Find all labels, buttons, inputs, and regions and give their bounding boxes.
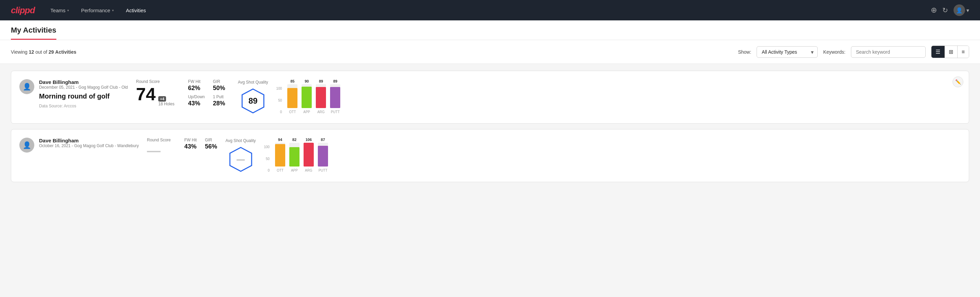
viewing-count-text: Viewing 12 out of 29 Activities bbox=[11, 49, 76, 55]
quality-section: Avg Shot Quality 89 10050085OTT90APP89AR… bbox=[238, 79, 961, 115]
bar-fill bbox=[316, 87, 326, 108]
round-score-label: Round Score bbox=[147, 137, 171, 142]
bar-group: 85OTT bbox=[287, 79, 298, 114]
bar-number: 85 bbox=[290, 79, 294, 83]
bar-fill bbox=[304, 143, 314, 166]
list-view-button[interactable]: ≡ bbox=[957, 46, 969, 58]
navbar: clippd Teams ▾ Performance ▾ Activities … bbox=[0, 0, 980, 21]
hexagon: 89 bbox=[239, 87, 267, 115]
one-putt-label: 1 Putt bbox=[213, 94, 229, 99]
bar-number: 89 bbox=[319, 79, 323, 83]
hexagon: — bbox=[227, 146, 255, 173]
stat-pairs: FW Hit 43% GIR 56% bbox=[185, 137, 217, 157]
user-name: Dave Billingham bbox=[39, 79, 128, 85]
bar-chart: 10050094OTT82APP106ARG87PUTT bbox=[264, 137, 359, 174]
list-dense-view-button[interactable]: ☰ bbox=[931, 46, 944, 58]
avatar: 👤 bbox=[953, 5, 965, 16]
bar-group: 87PUTT bbox=[318, 137, 328, 172]
quality-section: Avg Shot Quality — 10050094OTT82APP106AR… bbox=[226, 137, 961, 174]
bar-label: OTT bbox=[289, 110, 296, 114]
add-icon[interactable]: ⊕ bbox=[931, 6, 937, 14]
score-holes: 18 Holes bbox=[158, 102, 174, 106]
hexagon-value: 89 bbox=[248, 96, 258, 106]
score-details: +4 18 Holes bbox=[158, 96, 174, 106]
keywords-label: Keywords: bbox=[823, 49, 845, 55]
user-name: Dave Billingham bbox=[39, 137, 139, 144]
gir-stat: GIR 56% bbox=[205, 137, 217, 157]
bar-group: 90APP bbox=[302, 79, 312, 114]
show-label: Show: bbox=[738, 49, 751, 55]
fw-hit-stat: FW Hit 43% bbox=[185, 137, 197, 157]
list-dense-icon: ☰ bbox=[935, 49, 940, 55]
activity-card: ✏️ 👤 Dave Billingham December 05, 2021 -… bbox=[11, 71, 969, 124]
y-axis-label: 100 bbox=[277, 87, 282, 90]
bar-container bbox=[330, 84, 340, 108]
user-chevron: ▾ bbox=[966, 7, 969, 14]
search-input[interactable] bbox=[851, 46, 926, 58]
updown-value: 43% bbox=[188, 100, 205, 107]
bar-group: 94OTT bbox=[275, 137, 285, 172]
viewing-count: 12 bbox=[29, 49, 34, 55]
card-stats: Round Score — FW Hit 43% GIR 56% bbox=[147, 137, 217, 157]
bar-label: APP bbox=[291, 169, 298, 172]
refresh-icon[interactable]: ↻ bbox=[942, 6, 948, 14]
y-axis-label: 0 bbox=[264, 169, 270, 172]
round-score-block: — bbox=[147, 144, 171, 157]
bar-container bbox=[287, 84, 298, 108]
bar-fill bbox=[287, 88, 298, 109]
bar-number: 94 bbox=[278, 137, 282, 142]
card-stats: Round Score 74 +4 18 Holes FW Hit 62% GI… bbox=[136, 79, 229, 107]
bar-chart: 10050085OTT90APP89ARG89PUTT bbox=[277, 79, 371, 115]
app-logo[interactable]: clippd bbox=[11, 5, 35, 16]
bar-fill bbox=[330, 87, 340, 108]
activity-date: October 16, 2021 - Gog Magog Golf Club -… bbox=[39, 144, 139, 148]
card-left: 👤 Dave Billingham December 05, 2021 - Go… bbox=[19, 79, 128, 109]
score-value: 74 bbox=[136, 85, 156, 103]
nav-activities[interactable]: Activities bbox=[121, 5, 151, 16]
hexagon-wrapper: Avg Shot Quality 89 bbox=[238, 80, 268, 115]
nav-performance[interactable]: Performance ▾ bbox=[76, 5, 119, 16]
round-score-group: Round Score — bbox=[147, 137, 171, 157]
navbar-right: ⊕ ↻ 👤 ▾ bbox=[931, 5, 969, 16]
gir-label: GIR bbox=[205, 137, 217, 142]
activity-date: December 05, 2021 - Gog Magog Golf Club … bbox=[39, 85, 128, 90]
viewing-label: Activities bbox=[55, 49, 76, 55]
view-toggles: ☰ ⊞ ≡ bbox=[931, 46, 969, 58]
fw-hit-label: FW Hit bbox=[185, 137, 197, 142]
edit-button[interactable]: ✏️ bbox=[953, 77, 963, 87]
bar-label: OTT bbox=[277, 169, 283, 172]
bar-container bbox=[289, 143, 299, 166]
updown-stat: Up/Down 43% bbox=[188, 94, 205, 107]
activity-card: 👤 Dave Billingham October 16, 2021 - Gog… bbox=[11, 129, 969, 182]
bar-container bbox=[316, 84, 326, 108]
avg-shot-quality-label: Avg Shot Quality bbox=[226, 138, 256, 143]
card-info: Dave Billingham October 16, 2021 - Gog M… bbox=[39, 137, 139, 153]
bar-label: ARG bbox=[317, 110, 325, 114]
bar-container bbox=[318, 143, 328, 166]
one-putt-value: 28% bbox=[213, 100, 229, 107]
score-badge: +4 bbox=[158, 96, 166, 102]
avatar: 👤 bbox=[19, 137, 34, 153]
viewing-total: 29 bbox=[49, 49, 54, 55]
bar-label: PUTT bbox=[331, 110, 340, 114]
stat-pairs: FW Hit 62% GIR 50% Up/Down 43% 1 Putt 28… bbox=[188, 79, 230, 107]
nav-links: Teams ▾ Performance ▾ Activities bbox=[46, 5, 920, 16]
hexagon-value: — bbox=[237, 155, 245, 164]
grid-view-button[interactable]: ⊞ bbox=[944, 46, 957, 58]
gir-value: 50% bbox=[213, 85, 229, 92]
bar-fill bbox=[275, 144, 285, 166]
bar-label: ARG bbox=[305, 169, 312, 172]
activity-type-select[interactable]: All Activity Types bbox=[757, 46, 818, 58]
bar-number: 106 bbox=[305, 137, 312, 142]
round-score-group: Round Score 74 +4 18 Holes bbox=[136, 79, 174, 107]
bar-container bbox=[302, 84, 312, 108]
nav-teams[interactable]: Teams ▾ bbox=[46, 5, 74, 16]
user-menu[interactable]: 👤 ▾ bbox=[953, 5, 969, 16]
activity-type-wrapper: All Activity Types bbox=[757, 46, 818, 58]
fw-hit-label: FW Hit bbox=[188, 79, 205, 84]
bar-label: APP bbox=[303, 110, 310, 114]
bar-group: 106ARG bbox=[304, 137, 314, 172]
page-header: My Activities bbox=[0, 21, 980, 40]
avatar: 👤 bbox=[19, 79, 34, 94]
bar-container bbox=[304, 143, 314, 166]
